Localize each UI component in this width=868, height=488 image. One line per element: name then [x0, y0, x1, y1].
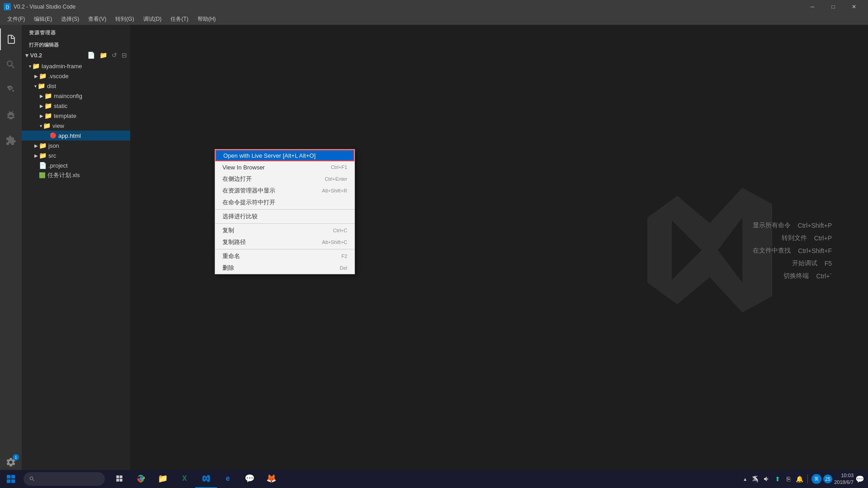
ctx-item-copy-path[interactable]: 复制路径 Alt+Shift+C	[215, 236, 354, 248]
tree-item-dist[interactable]: ▾ 📁 dist	[22, 81, 130, 91]
activity-search[interactable]	[0, 54, 22, 75]
tree-item-project[interactable]: ▶ 📄 .project	[22, 160, 130, 170]
tray-network-icon[interactable]	[751, 474, 760, 483]
menu-tasks[interactable]: 任务(T)	[167, 14, 192, 24]
menu-edit[interactable]: 编辑(E)	[30, 14, 56, 24]
ctx-shortcut-reveal-explorer: Alt+Shift+R	[322, 188, 347, 193]
ctx-item-rename[interactable]: 重命名 F2	[215, 250, 354, 262]
tree-item-static[interactable]: ▶ 📁 static	[22, 101, 130, 111]
shortcut-label-5: 切换终端	[783, 272, 809, 280]
collapse-icon[interactable]: ⊟	[120, 50, 128, 60]
shortcut-key-3: Ctrl+Shift+F	[798, 247, 832, 254]
maximize-button[interactable]: □	[823, 0, 844, 14]
new-folder-icon[interactable]: 📁	[98, 50, 108, 60]
shortcut-label-2: 转到文件	[782, 234, 807, 242]
tray-expand-icon[interactable]: ▲	[741, 474, 750, 483]
tree-label-dist: dist	[47, 83, 130, 89]
ctx-shortcut-copy-path: Alt+Shift+C	[322, 239, 347, 245]
ctx-item-copy[interactable]: 复制 Ctrl+C	[215, 225, 354, 236]
activity-explorer[interactable]	[0, 28, 22, 50]
project-name[interactable]: ▾ V0.2	[25, 52, 42, 59]
taskbar-vscode[interactable]	[195, 470, 217, 488]
ctx-label-rename: 重命名	[222, 252, 334, 260]
tree-item-tasks-xls[interactable]: ▶ 🟩 任务计划.xls	[22, 170, 130, 180]
tray-volume-icon[interactable]	[762, 474, 771, 483]
svg-rect-6	[116, 479, 119, 482]
svg-rect-3	[11, 479, 15, 483]
editor-area: 显示所有命令 Ctrl+Shift+P 转到文件 Ctrl+P 在文件中查找 C…	[130, 25, 868, 477]
action-center-icon[interactable]: 💬	[855, 474, 864, 483]
shortcut-key-4: F5	[825, 260, 832, 267]
notification-badge: 1	[13, 454, 19, 460]
open-editors-section[interactable]: 打开的编辑器	[29, 42, 59, 48]
refresh-icon[interactable]: ↺	[110, 50, 118, 60]
taskbar-file-explorer[interactable]: 📁	[152, 470, 174, 488]
activity-source-control[interactable]	[0, 79, 22, 101]
taskbar-chrome[interactable]	[130, 470, 152, 488]
svg-rect-5	[120, 475, 123, 478]
menu-goto[interactable]: 转到(G)	[112, 14, 137, 24]
tree-item-vscode[interactable]: ▶ 📁 .vscode	[22, 71, 130, 81]
start-button[interactable]	[0, 470, 22, 488]
tray-divider	[807, 474, 808, 483]
menu-bar: 文件(F) 编辑(E) 选择(S) 查看(V) 转到(G) 调试(D) 任务(T…	[0, 14, 868, 25]
tray-alert-icon[interactable]: 🔔	[795, 474, 804, 483]
activity-extensions[interactable]	[0, 130, 22, 151]
shortcut-key-1: Ctrl+Shift+P	[798, 222, 832, 229]
ctx-item-open-side[interactable]: 在侧边打开 Ctrl+Enter	[215, 173, 354, 185]
tree-item-mainconfig[interactable]: ▶ 📁 mainconfig	[22, 91, 130, 101]
arrow-vscode: ▶	[34, 74, 38, 79]
shortcuts-panel: 显示所有命令 Ctrl+Shift+P 转到文件 Ctrl+P 在文件中查找 C…	[753, 221, 832, 280]
input-method-badge[interactable]: 英	[811, 474, 821, 484]
taskbar-wechat[interactable]: 💬	[239, 470, 260, 488]
folder-json-icon: 📁	[39, 142, 47, 149]
folder-mainconfig-icon: 📁	[44, 92, 52, 99]
taskbar-firefox[interactable]: 🦊	[260, 470, 282, 488]
taskbar-task-view[interactable]	[108, 470, 130, 488]
ctx-shortcut-delete: Del	[340, 265, 347, 271]
menu-help[interactable]: 帮助(H)	[194, 14, 220, 24]
arrow-template: ▶	[40, 113, 43, 118]
folder-vscode-icon: 📁	[39, 72, 47, 80]
window-controls: ─ □ ✕	[802, 0, 864, 14]
tree-label-src: src	[48, 152, 130, 159]
ctx-label-view-browser: View In Browser	[222, 164, 324, 171]
tree-label-layadmin-frame: layadmin-frame	[42, 63, 130, 70]
ctx-label-delete: 删除	[222, 264, 332, 272]
menu-file[interactable]: 文件(F)	[4, 14, 28, 24]
shortcut-label-4: 开始调试	[792, 259, 817, 267]
tree-item-template[interactable]: ▶ 📁 template	[22, 111, 130, 121]
sidebar-toolbar: 打开的编辑器	[22, 41, 130, 49]
shortcut-row-5: 切换终端 Ctrl+`	[753, 272, 832, 280]
notification-count-badge[interactable]: 25	[823, 474, 832, 483]
ctx-item-reveal-explorer[interactable]: 在资源管理器中显示 Alt+Shift+R	[215, 185, 354, 197]
taskbar-excel[interactable]: X	[174, 470, 195, 488]
minimize-button[interactable]: ─	[802, 0, 823, 14]
tray-update-icon[interactable]: ⬆	[773, 474, 782, 483]
tree-item-json[interactable]: ▶ 📁 json	[22, 141, 130, 150]
activity-debug[interactable]	[0, 104, 22, 126]
tree-item-src[interactable]: ▶ 📁 src	[22, 150, 130, 160]
ctx-item-open-terminal[interactable]: 在命令提示符中打开	[215, 197, 354, 208]
new-file-icon[interactable]: 📄	[86, 50, 96, 60]
tree-item-view[interactable]: ▾ 📁 view	[22, 121, 130, 131]
ctx-item-delete[interactable]: 删除 Del	[215, 262, 354, 274]
taskbar-ie[interactable]: e	[217, 470, 239, 488]
menu-view[interactable]: 查看(V)	[85, 14, 110, 24]
menu-debug[interactable]: 调试(D)	[140, 14, 165, 24]
menu-select[interactable]: 选择(S)	[57, 14, 83, 24]
ctx-item-view-browser[interactable]: View In Browser Ctrl+F1	[215, 161, 354, 173]
taskbar-left: 📁 X e 💬 🦊	[0, 470, 282, 488]
taskbar-search[interactable]	[24, 472, 105, 486]
time-display[interactable]: 10:03 2018/6/7	[834, 472, 854, 486]
ctx-item-live-server[interactable]: Open with Live Server [Alt+L Alt+O]	[215, 150, 354, 161]
tree-item-layadmin-frame[interactable]: ▾ 📁 layadmin-frame	[22, 61, 130, 71]
tree-item-app-html[interactable]: ▶ 🔴 app.html	[22, 131, 130, 141]
shortcut-row-3: 在文件中查找 Ctrl+Shift+F	[753, 247, 832, 255]
ctx-separator-2	[215, 223, 354, 224]
file-project-icon: 📄	[39, 162, 47, 169]
tray-usb-icon[interactable]: ⎘	[784, 474, 793, 483]
tree-label-vscode: .vscode	[48, 73, 130, 80]
ctx-item-compare[interactable]: 选择进行比较	[215, 211, 354, 222]
close-button[interactable]: ✕	[844, 0, 864, 14]
